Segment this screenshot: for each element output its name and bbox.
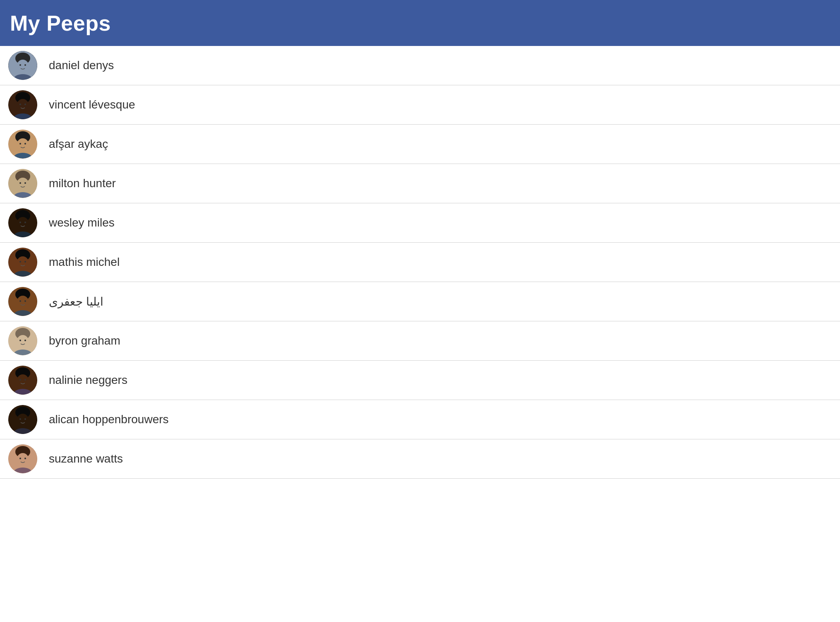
svg-point-44 [19, 261, 21, 263]
peep-list: daniel denys [0, 46, 840, 479]
svg-point-85 [24, 458, 26, 459]
list-item[interactable]: mathis michel [0, 243, 840, 282]
avatar [8, 169, 37, 198]
avatar [8, 90, 37, 119]
svg-point-13 [24, 104, 26, 105]
svg-point-77 [24, 418, 26, 420]
list-item[interactable]: vincent lévesque [0, 85, 840, 125]
avatar [8, 248, 37, 277]
svg-point-75 [17, 414, 29, 428]
svg-point-60 [19, 340, 21, 341]
svg-point-20 [19, 143, 21, 145]
list-item[interactable]: alican hoppenbrouwers [0, 400, 840, 439]
svg-point-37 [24, 222, 26, 223]
peep-name: wesley miles [49, 216, 115, 229]
svg-point-59 [17, 335, 29, 349]
peep-name: suzanne watts [49, 452, 123, 465]
list-item[interactable]: suzanne watts [0, 439, 840, 479]
svg-point-84 [19, 458, 21, 459]
avatar [8, 366, 37, 395]
peep-name: alican hoppenbrouwers [49, 413, 169, 426]
avatar [8, 130, 37, 159]
svg-point-29 [24, 182, 26, 184]
list-item[interactable]: milton hunter [0, 164, 840, 203]
svg-point-43 [17, 256, 29, 270]
avatar [8, 405, 37, 434]
app-header: My Peeps [0, 0, 840, 46]
peep-name: milton hunter [49, 177, 116, 190]
svg-point-45 [24, 261, 26, 263]
list-item[interactable]: ايليا جعفری [0, 282, 840, 321]
svg-point-83 [17, 453, 29, 467]
svg-point-3 [17, 60, 29, 74]
svg-point-5 [24, 64, 26, 66]
svg-point-4 [19, 64, 21, 66]
list-item[interactable]: byron graham [0, 321, 840, 361]
app-title: My Peeps [10, 11, 111, 36]
svg-point-69 [24, 379, 26, 381]
svg-point-19 [17, 138, 29, 152]
peep-name: vincent lévesque [49, 98, 135, 111]
list-item[interactable]: afşar aykaç [0, 125, 840, 164]
list-item[interactable]: wesley miles [0, 203, 840, 243]
svg-point-28 [19, 182, 21, 184]
avatar [8, 287, 37, 316]
svg-point-35 [17, 217, 29, 231]
svg-point-52 [19, 300, 21, 302]
peep-name: afşar aykaç [49, 137, 108, 151]
svg-point-21 [24, 143, 26, 145]
list-item[interactable]: daniel denys [0, 46, 840, 85]
svg-point-76 [19, 418, 21, 420]
svg-point-68 [19, 379, 21, 381]
svg-point-67 [17, 374, 29, 388]
avatar [8, 51, 37, 80]
avatar [8, 326, 37, 355]
avatar [8, 444, 37, 473]
svg-point-53 [24, 300, 26, 302]
peep-name: nalinie neggers [49, 374, 127, 387]
avatar [8, 208, 37, 237]
peep-name: byron graham [49, 334, 120, 347]
svg-point-51 [17, 296, 29, 310]
peep-name: daniel denys [49, 59, 114, 72]
svg-point-61 [24, 340, 26, 341]
list-item[interactable]: nalinie neggers [0, 361, 840, 400]
peep-name: mathis michel [49, 256, 120, 269]
svg-point-12 [19, 104, 21, 105]
svg-point-36 [19, 222, 21, 223]
svg-point-11 [17, 99, 29, 113]
peep-name: ايليا جعفری [49, 295, 103, 309]
svg-point-27 [17, 178, 29, 192]
